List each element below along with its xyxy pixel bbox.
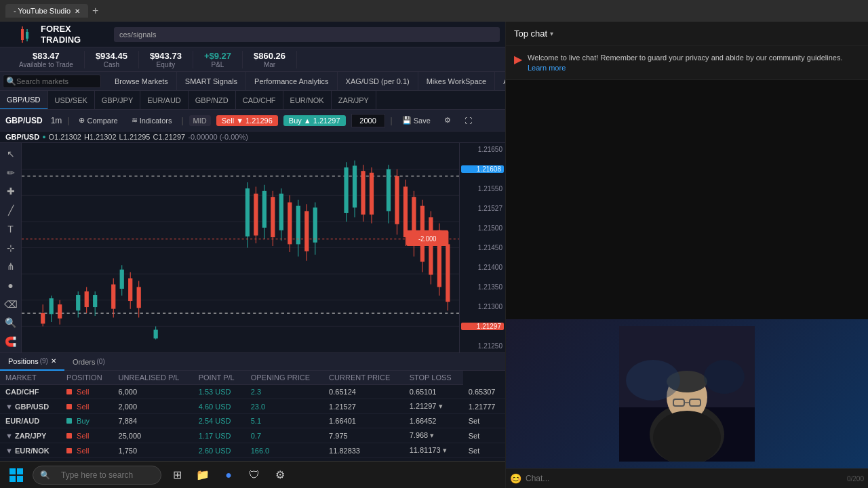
new-tab-button[interactable]: + [92,5,98,17]
panel-tabs: Positions (9) ✕ Orders (0) [0,353,505,371]
nav-tab-mikes[interactable]: Mikes WorkSpace [418,72,495,91]
unrealised-cell: 2.54 USD [193,414,245,428]
price-level-8: 1.21350 [460,283,505,291]
positions-tab[interactable]: Positions (9) ✕ [0,353,64,371]
svg-text:-2.000: -2.000 [418,234,437,243]
browser-tab[interactable]: - YouTube Studio ✕ [5,4,88,18]
pair-tab-gbpnzd[interactable]: GBP/NZD [189,91,236,110]
fibonacci-tool[interactable]: ⋔ [3,258,19,274]
sell-button[interactable]: Sell ▼ 1.21296 [216,115,278,126]
windows-button[interactable] [5,464,27,486]
indicators-button[interactable]: ≋ Indicators [127,115,176,126]
settings-taskbar-button[interactable]: ⚙ [270,465,290,485]
task-view-button[interactable]: ⊞ [167,465,187,485]
nav-tabs: 🔍 Browse Markets SMART Signals Performan… [0,72,505,91]
pair-tab-cadchf[interactable]: CAD/CHF [236,91,283,110]
line-tool[interactable]: ╱ [3,202,19,218]
learn-more-link[interactable]: Learn more [528,64,566,72]
col-pointpl: POINT P/L [193,371,245,385]
pair-tab-euraud[interactable]: EUR/AUD [140,91,189,110]
nav-tab-xagusd[interactable]: XAG/USD (per 0.1) [338,72,418,91]
pair-tab-gbpusd[interactable]: GBP/USD [0,91,48,110]
direction-cell: Sell [61,399,113,414]
security-button[interactable]: 🛡 [244,465,264,485]
pair-tab-usdsek[interactable]: USD/SEK [48,91,95,110]
buy-button[interactable]: Buy ▲ 1.21297 [283,115,346,126]
col-stop: STOP LOSS [404,371,463,385]
svg-rect-26 [93,295,97,307]
pointpl-cell: 166.0 [245,443,323,458]
mid-button[interactable]: MID [189,115,211,126]
price-level-9: 1.21300 [460,303,505,310]
ohlc-high: H1.21302 [84,133,117,141]
nav-tab-performance[interactable]: Performance Analytics [246,72,337,91]
chart-canvas[interactable]: -2.000 [22,143,459,352]
position-cell: 25,000 [113,428,193,443]
orders-tab[interactable]: Orders (0) [64,353,113,371]
save-button[interactable]: 💾 Save [398,115,435,126]
chart-timeframe[interactable]: 1m [51,116,62,125]
search-icon: 🔍 [6,77,16,86]
nav-tab-browse[interactable]: Browse Markets [106,72,177,91]
notification-content: Welcome to live chat! Remember to guard … [528,53,842,73]
col-position: POSITION [61,371,113,385]
trading-platform: FOREX TRADING ces/signals $83.47 Availab… [0,22,505,488]
table-row[interactable]: CAD/CHF Sell 6,000 1.53 USD 2.3 0.65124 … [0,385,505,399]
eraser-tool[interactable]: ⌫ [3,296,19,312]
chat-input[interactable] [526,474,843,483]
col-current: CURRENT PRICE [323,371,404,385]
pair-tab-zarjpy[interactable]: ZAR/JPY [332,91,376,110]
magnet-tool[interactable]: 🧲 [3,333,19,350]
ohlc-change: -0.00000 (-0.00%) [188,133,248,141]
svg-rect-46 [279,194,283,230]
pair-tab-gbpjpy[interactable]: GBP/JPY [95,91,140,110]
pencil-tool[interactable]: ✏ [3,165,19,181]
ohlc-open: O1.21302 [49,133,81,141]
opening-cell: 1.66401 [323,414,404,428]
zoom-tool[interactable]: 🔍 [3,315,19,331]
taskbar-search-input[interactable] [54,466,183,485]
nav-tab-smart[interactable]: SMART Signals [177,72,246,91]
chart-tools: ↖ ✏ ✚ ╱ T ⊹ ⋔ ● ⌫ 🔍 🧲 [0,143,22,352]
settings-button[interactable]: ⚙ [440,115,455,126]
position-cell: 1,750 [113,443,193,458]
compare-button[interactable]: ⊕ Compare [75,115,121,126]
price-level-6: 1.21450 [460,244,505,251]
opening-cell: 11.82833 [323,443,404,458]
svg-rect-0 [21,29,24,40]
crosshair-tool[interactable]: ✚ [3,183,19,199]
chart-area[interactable]: ↖ ✏ ✚ ╱ T ⊹ ⋔ ● ⌫ 🔍 🧲 [0,143,505,352]
svg-rect-54 [313,207,317,243]
table-row[interactable]: ▼ EUR/NOK Sell 1,750 2.60 USD 166.0 11.8… [0,443,505,458]
svg-rect-36 [154,330,158,339]
tab-label: - YouTube Studio [14,7,71,15]
opening-cell: 1.21527 [323,399,404,414]
ohlc-bar: GBP/USD ● O1.21302 H1.21302 L1.21295 C1.… [0,131,505,143]
svg-rect-28 [111,285,115,309]
tab-close[interactable]: ✕ [75,7,80,15]
taskbar-search-box[interactable]: 🔍 [33,466,161,485]
table-row[interactable]: EUR/AUD Buy 7,884 2.54 USD 5.1 1.66401 1… [0,414,505,428]
cursor-tool[interactable]: ↖ [3,146,19,162]
positions-tab-close[interactable]: ✕ [51,357,56,365]
youtube-icon: ▶ [514,53,522,73]
fullscreen-button[interactable]: ⛶ [460,115,476,126]
pair-tab-eurnok[interactable]: EUR/NOK [283,91,332,110]
quantity-input[interactable] [351,114,385,127]
svg-rect-30 [120,270,124,289]
table-row[interactable]: ▼ ZAR/JPY Sell 25,000 1.17 USD 0.7 7.975… [0,428,505,443]
price-scale: 1.21650 1.21608 1.21550 1.21527 1.21500 … [459,143,505,352]
table-row[interactable]: ▼ GBP/USD Sell 2,000 4.60 USD 23.0 1.215… [0,399,505,414]
table-header-row: MARKET POSITION UNREALISED P/L POINT P/L… [0,371,505,385]
chat-dropdown-arrow[interactable]: ▾ [550,30,553,37]
measure-tool[interactable]: ⊹ [3,240,19,256]
circle-tool[interactable]: ● [3,277,19,293]
taskbar: 🔍 ⊞ 📁 ● 🛡 ⚙ [0,461,505,488]
search-input[interactable] [16,77,98,85]
text-tool[interactable]: T [3,221,19,237]
file-explorer-button[interactable]: 📁 [193,465,213,485]
emoji-button[interactable]: 😊 [510,473,521,484]
svg-rect-42 [262,191,267,228]
chrome-button[interactable]: ● [218,465,239,485]
search-box[interactable]: 🔍 [3,75,101,88]
